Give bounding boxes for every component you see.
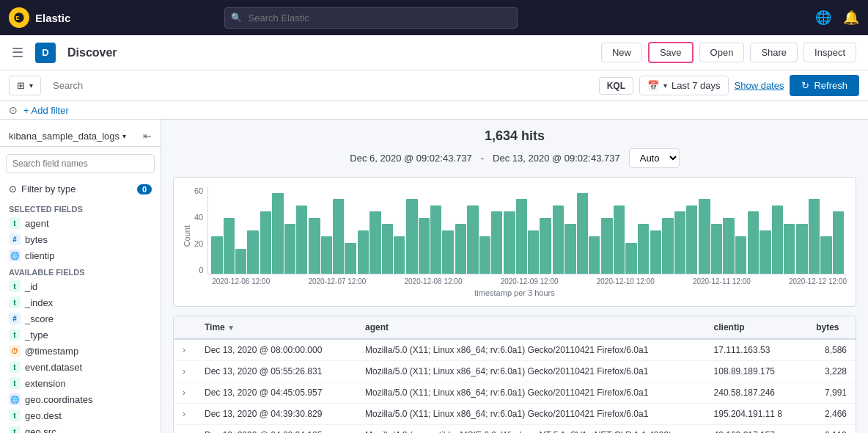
expand-row-button[interactable]: › bbox=[183, 409, 185, 419]
available-field-_index[interactable]: t_index bbox=[0, 294, 161, 310]
chart-bar[interactable] bbox=[601, 218, 612, 274]
chart-bar[interactable] bbox=[224, 218, 235, 274]
chart-bar[interactable] bbox=[358, 230, 369, 274]
available-field-geo.coordinates[interactable]: 🌐geo.coordinates bbox=[0, 391, 161, 407]
globe-icon[interactable]: 🌐 bbox=[815, 10, 831, 26]
chart-bar[interactable] bbox=[796, 224, 807, 274]
chart-bar[interactable] bbox=[430, 205, 441, 274]
chart-bar[interactable] bbox=[625, 243, 636, 274]
date-picker-button[interactable]: 📅 ▾ Last 7 days bbox=[639, 76, 729, 95]
chart-bar[interactable] bbox=[455, 224, 466, 274]
elastic-logo[interactable]: E Elastic bbox=[9, 7, 70, 28]
chart-bar[interactable] bbox=[345, 243, 356, 274]
field-search-input[interactable] bbox=[6, 154, 155, 173]
filter-icon-button[interactable]: ⊙ bbox=[9, 104, 18, 116]
chart-bar[interactable] bbox=[577, 193, 588, 274]
chart-bar[interactable] bbox=[699, 199, 710, 274]
chart-bar[interactable] bbox=[333, 199, 344, 274]
chart-bar[interactable] bbox=[382, 224, 393, 274]
column-header-clientip[interactable]: clientip bbox=[705, 316, 808, 339]
menu-toggle-button[interactable]: ☰ bbox=[12, 45, 23, 61]
chart-bar[interactable] bbox=[638, 224, 649, 274]
index-pattern-selector[interactable]: kibana_sample_data_logs ▾ bbox=[9, 131, 126, 142]
open-button[interactable]: Open bbox=[699, 43, 745, 62]
chart-bar[interactable] bbox=[772, 205, 783, 274]
chart-bar[interactable] bbox=[296, 205, 307, 274]
expand-row-button[interactable]: › bbox=[183, 430, 185, 433]
available-field-geo.dest[interactable]: tgeo.dest bbox=[0, 407, 161, 423]
chart-bar[interactable] bbox=[284, 224, 295, 274]
new-button[interactable]: New bbox=[601, 43, 642, 62]
show-dates-button[interactable]: Show dates bbox=[735, 80, 784, 91]
chart-bar[interactable] bbox=[516, 199, 527, 274]
chart-bar[interactable] bbox=[674, 211, 685, 274]
chart-bar[interactable] bbox=[211, 236, 222, 274]
index-pattern-button[interactable]: ⊞ ▾ bbox=[9, 76, 41, 95]
chart-bar[interactable] bbox=[247, 230, 258, 274]
chart-bar[interactable] bbox=[723, 218, 734, 274]
chart-bar[interactable] bbox=[260, 211, 271, 274]
chart-bar[interactable] bbox=[504, 211, 515, 274]
chart-bar[interactable] bbox=[686, 205, 697, 274]
chart-bar[interactable] bbox=[442, 230, 453, 274]
chart-bar[interactable] bbox=[760, 230, 770, 274]
chart-bar[interactable] bbox=[809, 199, 820, 274]
add-filter-button[interactable]: + Add filter bbox=[23, 105, 69, 116]
selected-field-bytes[interactable]: #bytes bbox=[0, 231, 161, 247]
chart-bar[interactable] bbox=[419, 218, 430, 274]
bell-icon[interactable]: 🔔 bbox=[843, 10, 859, 26]
bar-group bbox=[650, 205, 698, 274]
chart-bar[interactable] bbox=[406, 199, 417, 274]
expand-row-button[interactable]: › bbox=[183, 387, 185, 398]
selected-field-clientip[interactable]: 🌐clientip bbox=[0, 247, 161, 263]
chart-bar[interactable] bbox=[528, 230, 539, 274]
chart-bar[interactable] bbox=[309, 218, 320, 274]
collapse-sidebar-button[interactable]: ⇤ bbox=[143, 130, 152, 142]
interval-select[interactable]: Auto bbox=[629, 148, 680, 168]
chart-bar[interactable] bbox=[564, 224, 575, 274]
chart-bar[interactable] bbox=[272, 193, 283, 274]
chart-bar[interactable] bbox=[614, 205, 625, 274]
search-input[interactable] bbox=[47, 77, 593, 94]
expand-row-button[interactable]: › bbox=[183, 366, 185, 376]
column-header-time[interactable]: Time ▼ bbox=[196, 316, 356, 339]
chart-bar[interactable] bbox=[369, 211, 380, 274]
save-button[interactable]: Save bbox=[648, 42, 694, 63]
chart-bar[interactable] bbox=[540, 218, 551, 274]
available-field-geo.src[interactable]: tgeo.src bbox=[0, 423, 161, 433]
column-header-bytes[interactable]: bytes bbox=[807, 316, 856, 339]
field-type-icon: t bbox=[9, 426, 21, 433]
share-button[interactable]: Share bbox=[750, 43, 798, 62]
chart-bar[interactable] bbox=[650, 230, 661, 274]
chart-bar[interactable] bbox=[553, 205, 564, 274]
available-field-extension[interactable]: textension bbox=[0, 375, 161, 391]
available-field-_type[interactable]: t_type bbox=[0, 327, 161, 343]
chart-bar[interactable] bbox=[394, 236, 405, 274]
refresh-button[interactable]: ↻ Refresh bbox=[790, 75, 859, 96]
chart-bar[interactable] bbox=[235, 249, 246, 274]
chart-bar[interactable] bbox=[735, 236, 746, 274]
chart-bar[interactable] bbox=[784, 224, 795, 274]
available-field-@timestamp[interactable]: ⏱@timestamp bbox=[0, 343, 161, 359]
agent-cell: Mozilla/4.0 (compatible; MSIE 6.0; Windo… bbox=[356, 425, 705, 434]
chart-bar[interactable] bbox=[748, 211, 759, 274]
global-search-input[interactable] bbox=[224, 7, 518, 29]
available-field-_id[interactable]: t_id bbox=[0, 278, 161, 294]
available-field-event.dataset[interactable]: tevent.dataset bbox=[0, 359, 161, 375]
chart-bar[interactable] bbox=[491, 211, 502, 274]
chart-bar[interactable] bbox=[321, 236, 332, 274]
chart-bar[interactable] bbox=[479, 236, 490, 274]
chart-bar[interactable] bbox=[589, 236, 600, 274]
kql-badge[interactable]: KQL bbox=[599, 77, 633, 95]
expand-row-button[interactable]: › bbox=[183, 345, 185, 355]
chart-bar[interactable] bbox=[711, 224, 722, 274]
filter-by-type-button[interactable]: ⊙ Filter by type bbox=[9, 183, 76, 194]
chart-bar[interactable] bbox=[467, 205, 478, 274]
available-field-_score[interactable]: #_score bbox=[0, 310, 161, 327]
inspect-button[interactable]: Inspect bbox=[803, 43, 856, 62]
chart-bar[interactable] bbox=[833, 211, 844, 274]
chart-bar[interactable] bbox=[820, 236, 831, 274]
selected-field-agent[interactable]: tagent bbox=[0, 215, 161, 231]
column-header-agent[interactable]: agent bbox=[356, 316, 705, 339]
chart-bar[interactable] bbox=[662, 218, 673, 274]
